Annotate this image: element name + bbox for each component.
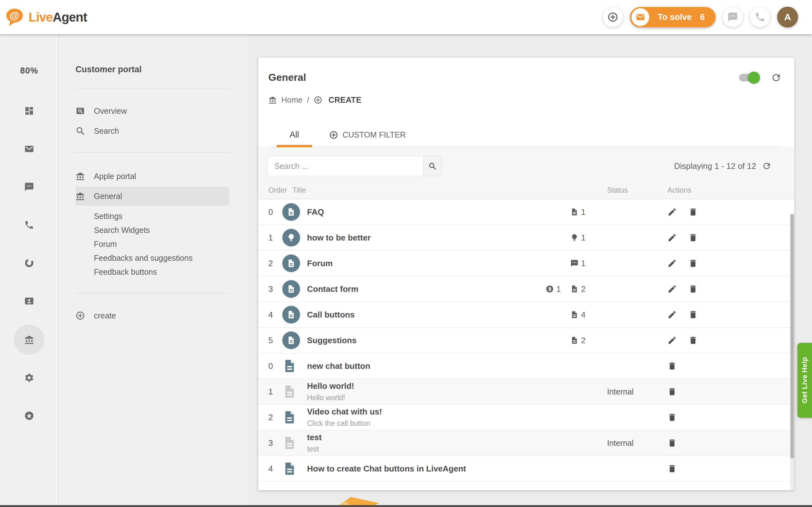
- breadcrumb: Home / CREATE: [268, 95, 781, 105]
- to-solve-label: To solve: [658, 12, 692, 22]
- sidebar-item-settings[interactable]: [0, 362, 58, 393]
- nav-item-apple-portal[interactable]: Apple portal: [75, 167, 229, 186]
- nav-item-general[interactable]: General: [75, 187, 229, 206]
- delete-icon[interactable]: [667, 464, 677, 473]
- tab-all[interactable]: All: [276, 123, 312, 147]
- to-solve-count: 6: [700, 12, 705, 22]
- sidebar-item-reports[interactable]: [0, 248, 58, 278]
- edit-icon[interactable]: [667, 259, 677, 268]
- search-button[interactable]: [423, 156, 442, 176]
- chat-header-button[interactable]: [722, 7, 743, 27]
- active-tab-underline: [276, 145, 312, 147]
- svg-text:@: @: [9, 10, 19, 21]
- refresh-icon[interactable]: [762, 161, 771, 171]
- document-icon: [282, 306, 300, 324]
- document-icon: [282, 255, 300, 272]
- tab-custom-filter[interactable]: CUSTOM FILTER: [326, 123, 409, 147]
- to-solve-button[interactable]: To solve 6: [630, 7, 716, 27]
- nav-item-settings[interactable]: Settings: [75, 209, 229, 223]
- sidebar-item-calls[interactable]: [0, 210, 58, 240]
- dashboard-icon: [24, 106, 34, 116]
- document-icon: [282, 203, 300, 221]
- edit-icon[interactable]: [667, 207, 677, 217]
- nav-item-feedback-buttons[interactable]: Feedback buttons: [75, 265, 229, 279]
- articles-count-badge: 2: [570, 336, 586, 345]
- status-badge: Internal: [595, 387, 661, 396]
- edit-icon[interactable]: [667, 336, 677, 345]
- article-title[interactable]: test: [307, 433, 534, 442]
- sidebar-item-dashboard[interactable]: [0, 96, 58, 126]
- article-title[interactable]: Hello world!: [307, 381, 534, 391]
- delete-icon[interactable]: [688, 207, 698, 217]
- article-title[interactable]: new chat button: [307, 361, 370, 371]
- nav-item-label: create: [94, 311, 116, 320]
- table-scrollbar-track[interactable]: [790, 214, 794, 490]
- search-input[interactable]: [267, 156, 423, 176]
- category-title[interactable]: FAQ: [307, 207, 534, 217]
- article-title[interactable]: Video chat with us!: [307, 407, 534, 417]
- article-icon: [282, 408, 297, 426]
- nav-item-search[interactable]: Search: [75, 121, 229, 140]
- article-subtitle: Hello world!: [307, 394, 534, 402]
- delete-icon[interactable]: [667, 438, 677, 448]
- table-row: 5 Suggestions 2: [258, 328, 794, 353]
- sidebar-item-contacts[interactable]: [0, 286, 58, 316]
- delete-icon[interactable]: [667, 387, 677, 396]
- delete-icon[interactable]: [688, 284, 698, 294]
- delete-icon[interactable]: [667, 361, 677, 371]
- gear-icon: [24, 373, 34, 383]
- chat-icon: [570, 259, 578, 268]
- article-icon: [282, 357, 297, 375]
- customer-portal-nav: Customer portal Overview Search Apple po…: [59, 34, 249, 507]
- tab-label: CUSTOM FILTER: [343, 130, 406, 139]
- nav-item-forum[interactable]: Forum: [75, 237, 229, 251]
- edit-icon[interactable]: [667, 284, 677, 294]
- nav-item-label: Overview: [94, 107, 127, 116]
- category-title[interactable]: Contact form: [307, 284, 534, 294]
- nav-item-feedbacks[interactable]: Feedbacks and suggestions: [75, 251, 229, 265]
- nav-item-label: Forum: [94, 239, 117, 249]
- logo-bubble-icon: @: [6, 8, 26, 26]
- sidebar-item-customer-portal[interactable]: [0, 325, 58, 355]
- sidebar-item-chats[interactable]: [0, 172, 58, 202]
- edit-icon[interactable]: [667, 310, 677, 320]
- category-title[interactable]: Call buttons: [307, 310, 534, 320]
- edit-icon[interactable]: [667, 233, 677, 242]
- article-title[interactable]: How to create Chat buttons in LiveAgent: [307, 464, 466, 473]
- breadcrumb-create[interactable]: CREATE: [328, 95, 362, 105]
- suggestions-count-badge: 1: [570, 233, 586, 242]
- sidebar-item-mail[interactable]: [0, 134, 58, 164]
- category-title[interactable]: Forum: [307, 259, 534, 268]
- column-status: Status: [595, 186, 661, 194]
- delete-icon[interactable]: [688, 233, 698, 242]
- get-live-help-label: Get Live Help: [801, 357, 809, 403]
- category-title[interactable]: how to be better: [307, 233, 534, 243]
- delete-icon[interactable]: [688, 310, 698, 320]
- call-header-button[interactable]: [750, 7, 770, 27]
- portal-active-toggle[interactable]: [739, 74, 757, 81]
- get-live-help-tab[interactable]: Get Live Help: [798, 343, 812, 418]
- add-new-button[interactable]: [603, 7, 623, 27]
- delete-icon[interactable]: [667, 412, 677, 422]
- table-row: 3 test test Internal: [258, 430, 794, 456]
- nav-item-label: Settings: [94, 212, 122, 221]
- nav-item-create[interactable]: create: [75, 306, 229, 325]
- table-row: 2 Video chat with us! Click the call but…: [258, 405, 794, 430]
- sidebar-item-star[interactable]: [0, 400, 58, 431]
- inbox-bubble: [631, 8, 649, 26]
- breadcrumb-home[interactable]: Home: [281, 95, 303, 105]
- category-title[interactable]: Suggestions: [307, 336, 534, 345]
- ring-chart-icon: [24, 258, 34, 268]
- delete-icon[interactable]: [688, 336, 698, 345]
- zoom-level: 80%: [0, 66, 58, 76]
- nav-item-overview[interactable]: Overview: [75, 101, 229, 120]
- row-order: 1: [268, 387, 282, 397]
- table-row: 2 Forum 1: [258, 250, 794, 276]
- table-scrollbar-thumb[interactable]: [791, 214, 794, 458]
- refresh-icon: [771, 72, 781, 83]
- nav-item-search-widgets[interactable]: Search Widgets: [75, 223, 229, 237]
- delete-icon[interactable]: [688, 259, 698, 268]
- avatar[interactable]: A: [777, 7, 798, 27]
- refresh-button[interactable]: [771, 72, 781, 83]
- article-icon: [570, 311, 578, 319]
